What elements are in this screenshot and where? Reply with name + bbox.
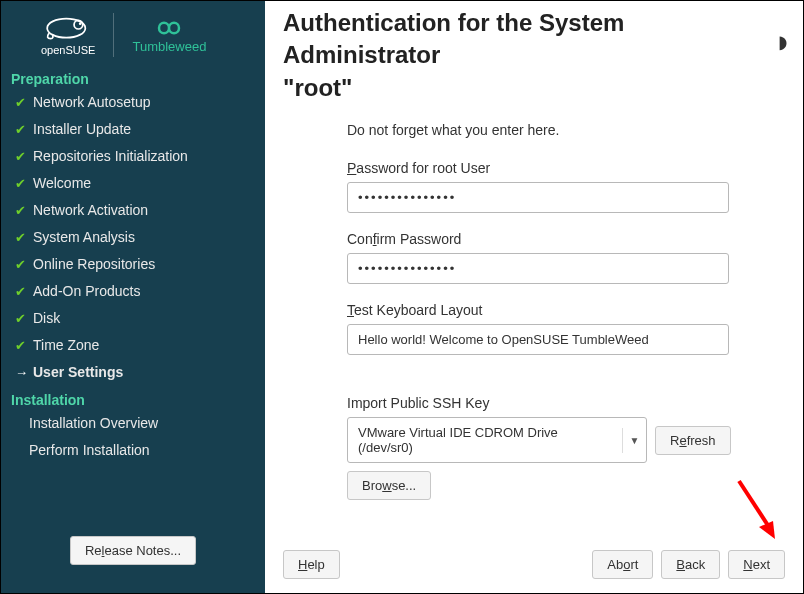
nav-label: System Analysis xyxy=(33,227,135,248)
ssh-device-select[interactable]: VMware Virtual IDE CDROM Drive (/dev/sr0… xyxy=(347,417,647,463)
nav-preparation: ✔Network Autosetup ✔Installer Update ✔Re… xyxy=(11,89,255,386)
main-content: ◗ Authentication for the System Administ… xyxy=(265,1,803,593)
nav-item-disk[interactable]: ✔Disk xyxy=(11,305,255,332)
ssh-device-value: VMware Virtual IDE CDROM Drive (/dev/sr0… xyxy=(348,418,622,462)
ssh-label: Import Public SSH Key xyxy=(347,395,785,411)
title-line2: "root" xyxy=(283,74,352,101)
check-icon: ✔ xyxy=(15,147,27,167)
nav-item-user-settings[interactable]: →User Settings xyxy=(11,359,255,386)
test-keyboard-input[interactable] xyxy=(347,324,729,355)
hint-text: Do not forget what you enter here. xyxy=(347,122,785,138)
svg-point-2 xyxy=(79,23,82,26)
help-button[interactable]: Help xyxy=(283,550,340,579)
check-icon: ✔ xyxy=(15,282,27,302)
nav-item-installation-overview[interactable]: Installation Overview xyxy=(11,410,255,437)
tumbleweed-logo: Tumbleweed xyxy=(132,17,206,54)
nav-label: Online Repositories xyxy=(33,254,155,275)
abort-button[interactable]: Abort xyxy=(592,550,653,579)
nav-label: Perform Installation xyxy=(29,440,150,461)
nav-label: Disk xyxy=(33,308,60,329)
back-button[interactable]: Back xyxy=(661,550,720,579)
refresh-button[interactable]: Refresh xyxy=(655,426,731,455)
nav-label: User Settings xyxy=(33,362,123,383)
browse-button[interactable]: Browse... xyxy=(347,471,431,500)
nav-item-perform-installation[interactable]: Perform Installation xyxy=(11,437,255,464)
nav-item-system-analysis[interactable]: ✔System Analysis xyxy=(11,224,255,251)
nav-label: Installation Overview xyxy=(29,413,158,434)
root-password-input[interactable] xyxy=(347,182,729,213)
confirm-label: Confirm Password xyxy=(347,231,785,247)
check-icon: ✔ xyxy=(15,174,27,194)
page-title: Authentication for the System Administra… xyxy=(283,7,785,104)
check-icon: ✔ xyxy=(15,309,27,329)
title-line1: Authentication for the System Administra… xyxy=(283,9,624,68)
nav-item-network-autosetup[interactable]: ✔Network Autosetup xyxy=(11,89,255,116)
form: Do not forget what you enter here. Passw… xyxy=(283,104,785,500)
nav-label: Installer Update xyxy=(33,119,131,140)
arrow-right-icon: → xyxy=(15,363,27,383)
chameleon-icon xyxy=(42,14,94,44)
nav-item-addon-products[interactable]: ✔Add-On Products xyxy=(11,278,255,305)
nav-item-online-repositories[interactable]: ✔Online Repositories xyxy=(11,251,255,278)
check-icon: ✔ xyxy=(15,201,27,221)
section-installation: Installation xyxy=(11,392,255,408)
nav-label: Welcome xyxy=(33,173,91,194)
nav-item-network-activation[interactable]: ✔Network Activation xyxy=(11,197,255,224)
nav-label: Repositories Initialization xyxy=(33,146,188,167)
section-preparation: Preparation xyxy=(11,71,255,87)
nav-item-time-zone[interactable]: ✔Time Zone xyxy=(11,332,255,359)
password-label: Password for root User xyxy=(347,160,785,176)
sidebar: openSUSE Tumbleweed Preparation ✔Network… xyxy=(1,1,265,593)
check-icon: ✔ xyxy=(15,228,27,248)
opensuse-label: openSUSE xyxy=(41,44,95,56)
next-button[interactable]: Next xyxy=(728,550,785,579)
svg-marker-4 xyxy=(759,521,775,539)
nav-item-welcome[interactable]: ✔Welcome xyxy=(11,170,255,197)
release-notes-button[interactable]: Release Notes... xyxy=(70,536,196,565)
logo-divider xyxy=(113,13,114,57)
check-icon: ✔ xyxy=(15,336,27,356)
check-icon: ✔ xyxy=(15,120,27,140)
nav-label: Add-On Products xyxy=(33,281,140,302)
check-icon: ✔ xyxy=(15,93,27,113)
chevron-down-icon: ▼ xyxy=(622,428,646,453)
nav-label: Time Zone xyxy=(33,335,99,356)
brand-logos: openSUSE Tumbleweed xyxy=(11,9,255,65)
nav-item-installer-update[interactable]: ✔Installer Update xyxy=(11,116,255,143)
nav-item-repositories-init[interactable]: ✔Repositories Initialization xyxy=(11,143,255,170)
nav-label: Network Autosetup xyxy=(33,92,151,113)
footer-bar: Help Abort Back Next xyxy=(283,540,785,579)
test-keyboard-label: Test Keyboard Layout xyxy=(347,302,785,318)
check-icon: ✔ xyxy=(15,255,27,275)
opensuse-logo: openSUSE xyxy=(41,14,95,56)
nav-label: Network Activation xyxy=(33,200,148,221)
dark-mode-toggle[interactable]: ◗ xyxy=(778,31,787,53)
confirm-password-input[interactable] xyxy=(347,253,729,284)
tumbleweed-label: Tumbleweed xyxy=(132,39,206,54)
nav-installation: Installation Overview Perform Installati… xyxy=(11,410,255,464)
infinity-icon xyxy=(149,17,189,39)
